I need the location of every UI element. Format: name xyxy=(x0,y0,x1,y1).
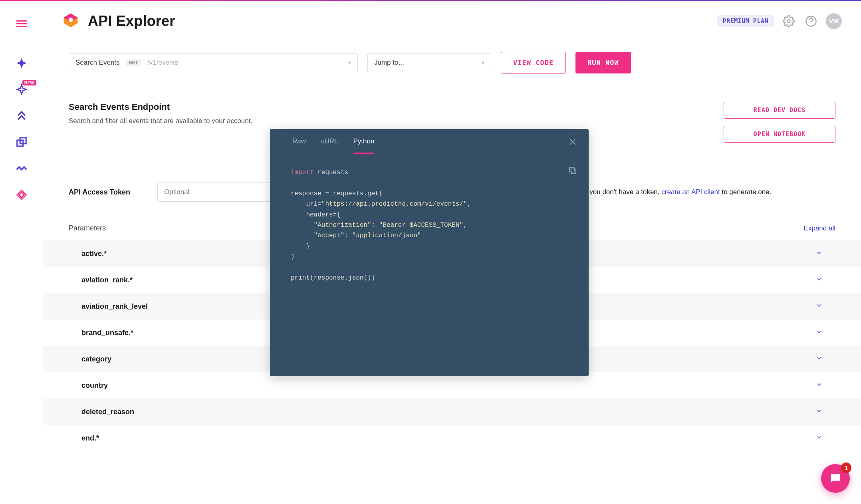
expand-all-link[interactable]: Expand all xyxy=(804,224,835,232)
param-name: deleted_reason xyxy=(81,408,134,416)
parameters-heading: Parameters xyxy=(69,224,106,232)
nav-diamond-icon[interactable] xyxy=(16,189,28,201)
endpoint-toolbar: Search Events GET /v1/events ▼ Jump to… … xyxy=(43,41,861,84)
param-name: country xyxy=(81,381,108,390)
tab-curl[interactable]: cURL xyxy=(321,137,338,147)
svg-marker-0 xyxy=(16,58,26,68)
code-panel-tabs: Raw cURL Python xyxy=(270,129,589,155)
jump-to-placeholder: Jump to… xyxy=(374,59,405,67)
brand-logo-icon xyxy=(62,12,79,30)
method-chip: GET xyxy=(126,59,141,66)
jump-to-select[interactable]: Jump to… ▼ xyxy=(367,53,491,72)
nav-wave-icon[interactable] xyxy=(16,163,28,175)
chat-bubble-button[interactable]: 1 xyxy=(821,464,850,493)
chevron-down-icon xyxy=(815,381,823,390)
copy-icon[interactable] xyxy=(568,166,577,177)
nav-sparkle-icon[interactable] xyxy=(16,57,28,69)
svg-rect-14 xyxy=(571,169,576,174)
param-row[interactable]: deleted_reason xyxy=(43,399,861,425)
hamburger-icon[interactable] xyxy=(16,19,27,26)
param-name: brand_unsafe.* xyxy=(81,329,133,337)
api-token-help: If you don't have a token, create an API… xyxy=(584,188,771,196)
tab-python[interactable]: Python xyxy=(353,137,375,154)
left-nav-rail: NEW xyxy=(0,1,43,504)
endpoint-select[interactable]: Search Events GET /v1/events ▼ xyxy=(69,53,358,72)
help-icon[interactable] xyxy=(803,14,819,29)
chevron-down-icon xyxy=(815,434,823,442)
create-api-client-link[interactable]: create an API client xyxy=(661,188,720,196)
chat-notification-badge: 1 xyxy=(841,462,851,473)
gear-icon[interactable] xyxy=(781,14,796,29)
param-name: aviation_rank_level xyxy=(81,302,148,311)
svg-marker-5 xyxy=(19,192,24,198)
endpoint-heading: Search Events Endpoint xyxy=(69,102,252,112)
svg-rect-15 xyxy=(569,167,574,172)
chevron-down-icon: ▼ xyxy=(481,60,485,65)
endpoint-name: Search Events xyxy=(75,59,120,67)
nav-layers-icon[interactable] xyxy=(16,136,28,148)
code-body: import requests response = requests.get(… xyxy=(270,155,589,295)
nav-chevrons-up-icon[interactable] xyxy=(16,110,28,122)
open-notebook-button[interactable]: OPEN NOTEBOOK xyxy=(724,126,835,143)
svg-point-9 xyxy=(787,20,790,23)
chevron-down-icon xyxy=(815,302,823,311)
close-icon[interactable] xyxy=(568,137,577,148)
view-code-button[interactable]: VIEW CODE xyxy=(501,52,566,73)
read-dev-docs-button[interactable]: READ DEV DOCS xyxy=(724,102,835,119)
tab-raw[interactable]: Raw xyxy=(292,137,306,147)
param-name: active.* xyxy=(81,250,107,258)
nav-sparkle-new-icon[interactable]: NEW xyxy=(16,83,28,95)
brand: API Explorer xyxy=(62,12,175,30)
endpoint-description: Search and filter all events that are av… xyxy=(69,117,252,125)
chevron-down-icon xyxy=(815,328,823,337)
chevron-down-icon xyxy=(815,355,823,363)
param-name: aviation_rank.* xyxy=(81,276,133,284)
app-header: API Explorer PREMIUM PLAN VW xyxy=(43,1,861,41)
chevron-down-icon xyxy=(815,407,823,416)
avatar[interactable]: VW xyxy=(826,13,842,29)
chevron-down-icon xyxy=(815,249,823,258)
endpoint-path: /v1/events xyxy=(147,59,179,67)
new-badge: NEW xyxy=(22,80,36,85)
svg-marker-1 xyxy=(17,85,26,94)
chevron-down-icon: ▼ xyxy=(347,60,352,65)
param-name: category xyxy=(81,355,111,363)
page-title: API Explorer xyxy=(88,13,175,30)
code-panel: Raw cURL Python import requests response… xyxy=(270,129,589,376)
api-token-label: API Access Token xyxy=(69,188,130,196)
param-name: end.* xyxy=(81,434,99,442)
run-now-button[interactable]: RUN NOW xyxy=(575,52,631,73)
plan-badge[interactable]: PREMIUM PLAN xyxy=(717,15,774,27)
svg-point-8 xyxy=(69,18,73,22)
param-row[interactable]: end.* xyxy=(43,425,861,451)
chevron-down-icon xyxy=(815,276,823,284)
